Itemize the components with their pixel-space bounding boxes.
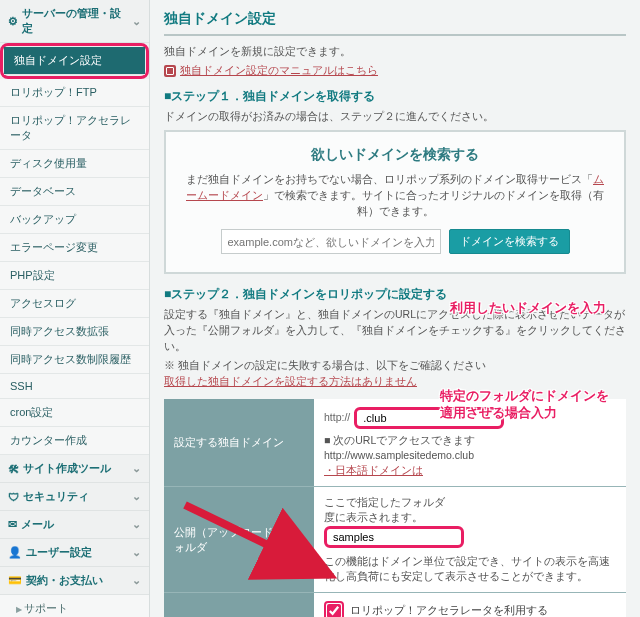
doc-icon: [164, 65, 176, 77]
step1-note: ドメインの取得がお済みの場合は、ステップ２に進んでください。: [164, 109, 626, 124]
jp-domain-link[interactable]: ・日本語ドメインは: [324, 464, 423, 476]
chevron-down-icon: ⌄: [132, 490, 141, 503]
domain-search-button[interactable]: ドメインを検索する: [449, 229, 570, 254]
accelerator-checkbox[interactable]: [327, 604, 341, 617]
form-row-accelerator: ロリポップ！アクセラレータの設定 ロリポップ！アクセラレータを利用する ロリポッ…: [164, 593, 626, 617]
sidebar-cat-user-label: ユーザー設定: [26, 545, 92, 560]
manual-link-row: 独自ドメイン設定のマニュアルはこちら: [164, 63, 626, 78]
main-content: 独自ドメイン設定 独自ドメインを新規に設定できます。 独自ドメイン設定のマニュア…: [150, 0, 640, 617]
chevron-down-icon: ⌄: [132, 518, 141, 531]
sidebar-cat-security-label: セキュリティ: [23, 489, 89, 504]
sidebar-item-ftp[interactable]: ロリポップ！FTP: [0, 79, 149, 107]
sidebar-item-php[interactable]: PHP設定: [0, 262, 149, 290]
next-url-label: ■ 次のURLでアクセスできます: [324, 433, 616, 448]
sidebar-item-errorpage[interactable]: エラーページ変更: [0, 234, 149, 262]
sidebar-sub-support[interactable]: サポート: [0, 595, 149, 617]
step2-warn-link[interactable]: 取得した独自ドメインを設定する方法はありません: [164, 375, 417, 387]
domain-input[interactable]: [354, 407, 504, 429]
user-icon: 👤: [8, 546, 22, 559]
search-desc-a: まだ独自ドメインをお持ちでない場合、ロリポップ系列のドメイン取得サービス「: [186, 173, 593, 185]
form-label-accelerator: ロリポップ！アクセラレータの設定: [164, 593, 314, 617]
sidebar-cat-mail-label: メール: [21, 517, 54, 532]
search-row: ドメインを検索する: [182, 229, 608, 254]
step2-desc: 設定する『独自ドメイン』と、独自ドメインのURLにアクセスした際に表示させたいデ…: [164, 307, 626, 354]
sidebar-cat-server[interactable]: ⚙ サーバーの管理・設定 ⌄: [0, 0, 149, 43]
page-intro: 独自ドメインを新規に設定できます。: [164, 44, 626, 59]
proto-label: http://: [324, 410, 350, 425]
accelerator-checkbox-row[interactable]: ロリポップ！アクセラレータを利用する: [324, 601, 616, 617]
sidebar-cat-site-label: サイト作成ツール: [23, 461, 111, 476]
form-label-folder: 公開（アップロード）フォルダ: [164, 487, 314, 592]
page-title: 独自ドメイン設定: [164, 10, 626, 36]
form-label-domain: 設定する独自ドメイン: [164, 399, 314, 487]
sidebar-cat-server-label: サーバーの管理・設定: [22, 6, 128, 36]
chevron-down-icon: ⌄: [132, 462, 141, 475]
manual-link[interactable]: 独自ドメイン設定のマニュアルはこちら: [180, 63, 378, 78]
sidebar-item-disk[interactable]: ディスク使用量: [0, 150, 149, 178]
folder-input[interactable]: [324, 526, 464, 548]
sidebar-highlight-domain: 独自ドメイン設定: [0, 43, 149, 79]
step2-warn: ※ 独自ドメインの設定に失敗する場合は、以下をご確認ください: [164, 359, 626, 373]
sidebar-cat-mail[interactable]: ✉ メール ⌄: [0, 511, 149, 539]
chevron-down-icon: ⌄: [132, 574, 141, 587]
folder-note-a: ここで指定したフォルダ: [324, 496, 445, 508]
chevron-down-icon: ⌄: [132, 15, 141, 28]
folder-note2: この機能はドメイン単位で設定でき、サイトの表示を高速化し高負荷にも安定して表示さ…: [324, 554, 616, 584]
sidebar-item-accelerator[interactable]: ロリポップ！アクセラレータ: [0, 107, 149, 150]
search-panel-title: 欲しいドメインを検索する: [182, 146, 608, 164]
mail-icon: ✉: [8, 518, 17, 531]
search-panel-desc: まだ独自ドメインをお持ちでない場合、ロリポップ系列のドメイン取得サービス「ムーム…: [182, 172, 608, 219]
step1-heading: ■ステップ１．独自ドメインを取得する: [164, 88, 626, 105]
sidebar-item-domain[interactable]: 独自ドメイン設定: [4, 47, 145, 75]
gear-icon: ⚙: [8, 15, 18, 28]
card-icon: 💳: [8, 574, 22, 587]
domain-search-panel: 欲しいドメインを検索する まだ独自ドメインをお持ちでない場合、ロリポップ系列のド…: [164, 130, 626, 274]
form-body-folder: ここで指定したフォルダ 度に表示されます。 この機能はドメイン単位で設定でき、サ…: [314, 487, 626, 592]
sidebar-item-concurrent-ext[interactable]: 同時アクセス数拡張: [0, 318, 149, 346]
shield-icon: 🛡: [8, 491, 19, 503]
sidebar-cat-pay[interactable]: 💳 契約・お支払い ⌄: [0, 567, 149, 595]
form-row-folder: 公開（アップロード）フォルダ ここで指定したフォルダ 度に表示されます。 この機…: [164, 487, 626, 593]
wrench-icon: 🛠: [8, 463, 19, 475]
accelerator-checkbox-label: ロリポップ！アクセラレータを利用する: [350, 603, 548, 617]
sidebar-item-cron[interactable]: cron設定: [0, 399, 149, 427]
form-row-domain: 設定する独自ドメイン http:// ■ 次のURLでアクセスできます http…: [164, 399, 626, 488]
next-url-value: http://www.samplesitedemo.club: [324, 448, 616, 463]
sidebar-cat-pay-label: 契約・お支払い: [26, 573, 103, 588]
sidebar-item-concurrent-hist[interactable]: 同時アクセス数制限履歴: [0, 346, 149, 374]
form-body-domain: http:// ■ 次のURLでアクセスできます http://www.samp…: [314, 399, 626, 487]
chevron-down-icon: ⌄: [132, 546, 141, 559]
sidebar-cat-user[interactable]: 👤 ユーザー設定 ⌄: [0, 539, 149, 567]
domain-search-input[interactable]: [221, 229, 441, 254]
sidebar-item-counter[interactable]: カウンター作成: [0, 427, 149, 455]
domain-form: 設定する独自ドメイン http:// ■ 次のURLでアクセスできます http…: [164, 399, 626, 618]
step2-heading: ■ステップ２．独自ドメインをロリポップに設定する: [164, 286, 626, 303]
sidebar-item-accesslog[interactable]: アクセスログ: [0, 290, 149, 318]
sidebar-item-backup[interactable]: バックアップ: [0, 206, 149, 234]
sidebar: ⚙ サーバーの管理・設定 ⌄ 独自ドメイン設定 ロリポップ！FTP ロリポップ！…: [0, 0, 150, 617]
sidebar-cat-site[interactable]: 🛠 サイト作成ツール ⌄: [0, 455, 149, 483]
checkbox-highlight: [324, 601, 344, 617]
sidebar-item-ssh[interactable]: SSH: [0, 374, 149, 399]
app-root: ⚙ サーバーの管理・設定 ⌄ 独自ドメイン設定 ロリポップ！FTP ロリポップ！…: [0, 0, 640, 617]
sidebar-item-database[interactable]: データベース: [0, 178, 149, 206]
form-body-accelerator: ロリポップ！アクセラレータを利用する ロリポップ！アクセラレータについて詳しくは…: [314, 593, 626, 617]
search-desc-b: 」で検索できます。サイトに合ったオリジナルのドメインを取得（有料）できます。: [263, 189, 604, 217]
folder-note-b: 度に表示されます。: [324, 511, 423, 523]
sidebar-cat-security[interactable]: 🛡 セキュリティ ⌄: [0, 483, 149, 511]
